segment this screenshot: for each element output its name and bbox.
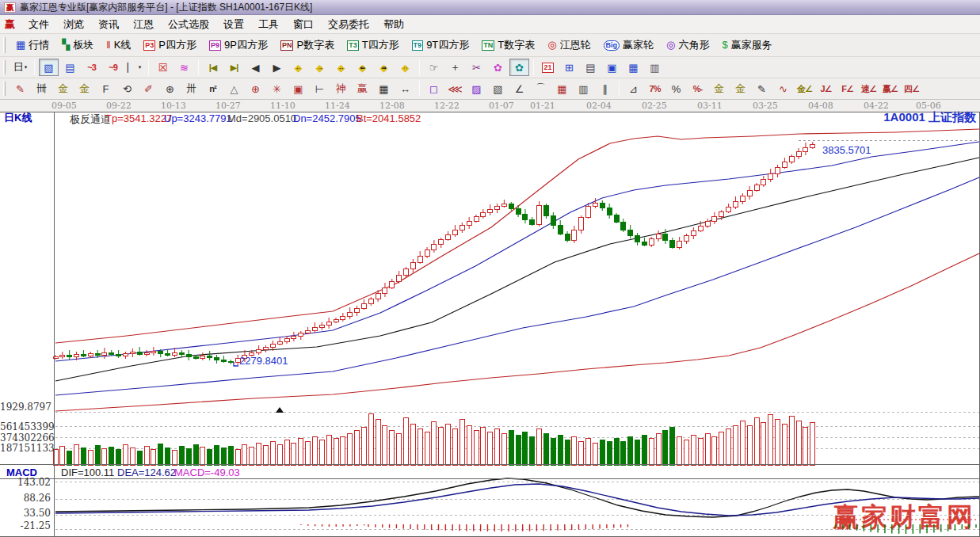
price-grid-tool[interactable]: 卅 bbox=[181, 80, 201, 97]
j-angle-tool[interactable]: J∠ bbox=[816, 80, 836, 97]
magic-gann-tool[interactable]: 神 bbox=[331, 80, 351, 97]
menu-item-9[interactable]: 帮助 bbox=[376, 16, 411, 33]
menu-item-8[interactable]: 交易委托 bbox=[321, 16, 376, 33]
scale-tool[interactable]: ⊿ bbox=[623, 80, 643, 97]
winner-service-button[interactable]: $赢家服务 bbox=[715, 36, 778, 55]
save-button[interactable]: ▣ bbox=[602, 59, 622, 76]
pattern-view-button[interactable]: ▧ bbox=[39, 59, 59, 76]
compress-left-button-arrow-icon: ⇐ bbox=[360, 64, 365, 71]
speed-angle-tool[interactable]: 速∠ bbox=[859, 80, 879, 97]
gold-grid-tool[interactable]: 金 bbox=[53, 80, 73, 97]
number-table-tool[interactable]: ▦ bbox=[374, 80, 394, 97]
ray-tool[interactable]: ✐ bbox=[139, 80, 158, 97]
zoom-left-button[interactable]: ◆← bbox=[288, 59, 308, 76]
wave9-button[interactable]: ~9 bbox=[103, 59, 123, 76]
sectors-button[interactable]: ▚板块 bbox=[55, 36, 100, 55]
winner-service-icon: $ bbox=[722, 40, 727, 51]
hand-tool-button[interactable]: ☞ bbox=[424, 59, 444, 76]
compress-right-button[interactable]: ◆⇒ bbox=[374, 59, 394, 76]
gann-brain-button[interactable]: ✿ bbox=[488, 59, 508, 76]
menu-item-7[interactable]: 窗口 bbox=[286, 16, 321, 33]
titlebar[interactable]: 赢 赢家江恩专业版[赢家内部服务平台] - [上证指数 SH1A0001-167… bbox=[0, 0, 980, 15]
star-tool[interactable]: ✳ bbox=[267, 80, 287, 97]
brush-tool[interactable]: ✎ bbox=[752, 80, 772, 97]
kline-period-button[interactable]: 日▾ bbox=[10, 59, 30, 76]
hexagon-button[interactable]: ◎六角形 bbox=[660, 36, 715, 55]
candle-style-button[interactable]: ⎸▾ bbox=[124, 59, 144, 76]
gann-circle-tool[interactable]: ⊕ bbox=[160, 80, 180, 97]
hatch-region-tool[interactable]: ▧ bbox=[488, 80, 508, 97]
pencil-tool[interactable]: ✎ bbox=[10, 80, 30, 97]
gold-angle-tool[interactable]: 金∠ bbox=[795, 80, 814, 97]
t-number-button[interactable]: TNT数字表 bbox=[475, 36, 541, 55]
info-list-button[interactable]: ▤ bbox=[60, 59, 80, 76]
winner-wheel-button[interactable]: Big赢家轮 bbox=[597, 36, 661, 55]
pattern-x-button[interactable]: ☒ bbox=[153, 59, 173, 76]
menu-item-5[interactable]: 设置 bbox=[216, 16, 251, 33]
p9-square-button[interactable]: P99P四方形 bbox=[203, 36, 274, 55]
menu-item-4[interactable]: 公式选股 bbox=[161, 16, 216, 33]
p-square-button[interactable]: P3P四方形 bbox=[137, 36, 203, 55]
arc-tool[interactable]: ⌒ bbox=[531, 80, 551, 97]
chart-panel[interactable]: 09-0509-2210-1310-2711-1011-2412-0812-22… bbox=[0, 100, 980, 537]
gold-circle-tool[interactable]: 金 bbox=[709, 80, 729, 97]
last-page-button[interactable]: ▶| bbox=[224, 59, 244, 76]
angle-tool[interactable]: ∠ bbox=[509, 80, 529, 97]
print-button[interactable]: ▥ bbox=[645, 59, 665, 76]
color-kline-button[interactable]: ≋ bbox=[174, 59, 194, 76]
winner-brain-button[interactable]: ✿ bbox=[509, 59, 529, 76]
fibonacci-tool[interactable]: F bbox=[96, 80, 116, 97]
spiral-tool[interactable]: ⟲ bbox=[117, 80, 137, 97]
gold-grid2-tool[interactable]: 金 bbox=[74, 80, 94, 97]
quotes-button[interactable]: ▦行情 bbox=[10, 36, 55, 55]
f-angle-tool[interactable]: F∠ bbox=[837, 80, 857, 97]
mirror-tool[interactable]: △ bbox=[224, 80, 244, 97]
calculator-button[interactable]: ⊞ bbox=[559, 59, 579, 76]
first-page-button[interactable]: |◀ bbox=[203, 59, 223, 76]
four-angle-tool[interactable]: 四∠ bbox=[902, 80, 921, 97]
win-angle-tool[interactable]: 赢∠ bbox=[880, 80, 900, 97]
gann-grid-tool[interactable]: 卌 bbox=[32, 80, 51, 97]
square-spiral-tool[interactable]: ▣ bbox=[288, 80, 308, 97]
measure-tool[interactable]: ⊢ bbox=[310, 80, 330, 97]
shade-region-tool[interactable]: ▨ bbox=[467, 80, 486, 97]
p-number-button[interactable]: PNP数字表 bbox=[274, 36, 341, 55]
winner-gann-tool[interactable]: 赢 bbox=[353, 80, 372, 97]
toolbar-drawing: ✎卌金金F⟲✐⊕卅n²△⊕✳▣⊢神赢▦↔◻⋘▨▧∠⌒▦▥∥⊿7%%%-金金✎∿金… bbox=[0, 78, 980, 100]
menu-item-0[interactable]: 文件 bbox=[21, 16, 56, 33]
menu-item-3[interactable]: 江恩 bbox=[126, 16, 161, 33]
wave-tool[interactable]: ∿ bbox=[773, 80, 793, 97]
hand-tool-button-icon: ☞ bbox=[429, 62, 439, 74]
gann-wheel-button[interactable]: ◎江恩轮 bbox=[541, 36, 597, 55]
region-select-tool[interactable]: ◻ bbox=[424, 80, 444, 97]
notes-button[interactable]: ▤ bbox=[581, 59, 601, 76]
width-measure-tool[interactable]: ↔ bbox=[395, 80, 415, 97]
prev-button[interactable]: ◀ bbox=[246, 59, 265, 76]
menu-item-1[interactable]: 浏览 bbox=[56, 16, 91, 33]
menu-item-2[interactable]: 资讯 bbox=[91, 16, 126, 33]
dense-grid-tool[interactable]: ▥ bbox=[574, 80, 593, 97]
cut-button[interactable]: ✂ bbox=[467, 59, 486, 76]
gold-line-tool[interactable]: 金 bbox=[730, 80, 750, 97]
t9-square-button[interactable]: T99T四方形 bbox=[406, 36, 476, 55]
next-button[interactable]: ▶ bbox=[267, 59, 287, 76]
percent7-tool[interactable]: 7% bbox=[645, 80, 665, 97]
wave3-button[interactable]: ~3 bbox=[82, 59, 101, 76]
t-square-button[interactable]: T3T四方形 bbox=[341, 36, 405, 55]
grid-tool[interactable]: ▦ bbox=[552, 80, 572, 97]
kline-button[interactable]: ‖K线 bbox=[100, 36, 137, 55]
zoom-both-button[interactable]: ◆↔ bbox=[331, 59, 351, 76]
export-button[interactable]: ▦ bbox=[623, 59, 643, 76]
crosshair-button[interactable]: ＋ bbox=[445, 59, 465, 76]
compress-both-button[interactable]: ◆⇔ bbox=[395, 59, 415, 76]
percent-tool[interactable]: % bbox=[666, 80, 686, 97]
percent-gold-tool[interactable]: %- bbox=[688, 80, 707, 97]
square-number-tool[interactable]: n² bbox=[203, 80, 223, 97]
parallel-tool[interactable]: ∥ bbox=[595, 80, 615, 97]
zoom-right-button[interactable]: ◆→ bbox=[310, 59, 330, 76]
menu-item-6[interactable]: 工具 bbox=[251, 16, 286, 33]
speed-fan-tool[interactable]: ⋘ bbox=[445, 80, 465, 97]
calendar-button[interactable]: 21 bbox=[538, 59, 558, 76]
wheel-tool[interactable]: ⊕ bbox=[246, 80, 265, 97]
compress-left-button[interactable]: ◆⇐ bbox=[353, 59, 372, 76]
